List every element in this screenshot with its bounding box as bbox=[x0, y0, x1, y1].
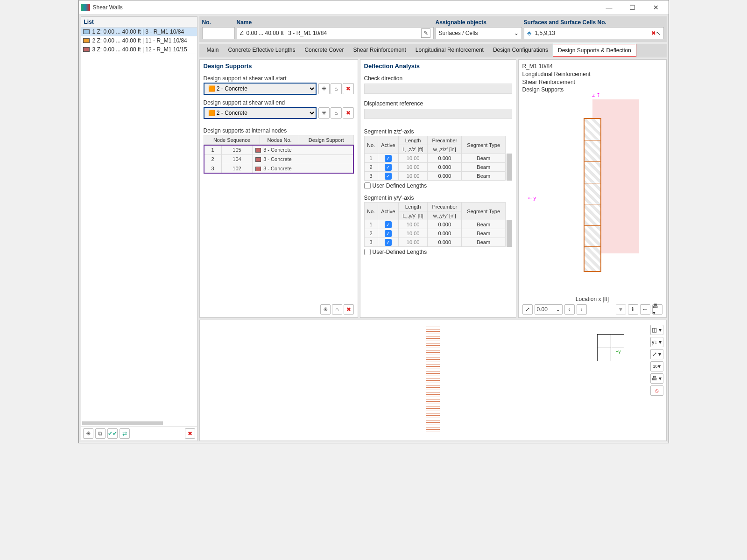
minimize-button[interactable]: — bbox=[602, 2, 616, 13]
assignable-objects-select[interactable]: Surfaces / Cells ⌄ bbox=[436, 27, 522, 39]
list-item[interactable]: 2 Z: 0.00 ... 40.00 ft | 11 - R_M1 10/84 bbox=[81, 36, 197, 45]
ds-end-label: Design support at shear wall end bbox=[204, 99, 354, 106]
toggle-button[interactable]: ⇄ bbox=[120, 428, 130, 439]
tab-main[interactable]: Main bbox=[202, 44, 224, 57]
checkbox-icon[interactable]: ✓ bbox=[385, 221, 392, 228]
pick-icon[interactable]: ✖↖ bbox=[651, 28, 661, 38]
tab-design-configurations[interactable]: Design Configurations bbox=[488, 44, 553, 57]
chevron-down-icon: ⌄ bbox=[514, 30, 519, 36]
checkbox-icon[interactable]: ✓ bbox=[385, 155, 392, 162]
preview-info: R_M1 10/84 Longitudinal Reinforcement Sh… bbox=[522, 63, 662, 94]
color-swatch-icon bbox=[83, 47, 90, 52]
section-diagram: z ⇡ ⇠ y bbox=[522, 94, 662, 296]
ds-internal-label: Design supports at internal nodes bbox=[204, 127, 354, 134]
location-stepper[interactable]: 0.00 ⌄ bbox=[535, 304, 563, 315]
checkbox-icon[interactable]: ✓ bbox=[385, 164, 392, 171]
scrollbar[interactable] bbox=[82, 421, 163, 425]
checkbox-icon[interactable]: ✓ bbox=[385, 230, 392, 237]
print-icon[interactable]: 🖶 ▾ bbox=[650, 373, 663, 384]
app-icon bbox=[81, 4, 90, 11]
fit-icon[interactable]: ⤢ bbox=[522, 304, 533, 315]
tab-concrete-cover[interactable]: Concrete Cover bbox=[300, 44, 348, 57]
window-title: Shear Walls bbox=[93, 4, 602, 11]
segment-y-table[interactable]: No.ActiveLengthPrecamberSegment Type L꜀,… bbox=[364, 202, 506, 247]
design-supports-title: Design Supports bbox=[204, 63, 354, 70]
clear-icon[interactable]: ✖ bbox=[343, 107, 354, 119]
clear-icon[interactable]: ✖ bbox=[343, 83, 354, 94]
scrollbar[interactable] bbox=[507, 220, 512, 247]
checkbox-icon[interactable]: ✓ bbox=[385, 173, 392, 180]
edit-icon[interactable]: ✎ bbox=[421, 28, 430, 38]
delete-button[interactable]: ✖ bbox=[185, 428, 195, 439]
new-icon[interactable]: ✳ bbox=[320, 304, 331, 315]
new-icon[interactable]: ✳ bbox=[318, 107, 330, 119]
scale-icon[interactable]: 10 ▾ bbox=[650, 361, 663, 371]
check-direction-label: Check direction bbox=[364, 75, 512, 82]
close-button[interactable]: ✕ bbox=[649, 2, 663, 13]
model-viewer[interactable]: +y ◫ ▾ y↓ ▾ ⤢ ▾ 10 ▾ 🖶 ▾ ⦸ bbox=[199, 320, 667, 441]
tab-effective-lengths[interactable]: Concrete Effective Lengths bbox=[224, 44, 300, 57]
internal-nodes-table[interactable]: 11053 - Concrete 21043 - Concrete 31023 … bbox=[204, 145, 354, 174]
no-input[interactable] bbox=[202, 27, 235, 39]
assignable-objects-label: Assignable objects bbox=[436, 19, 522, 26]
library-icon[interactable]: ⌂ bbox=[332, 304, 342, 315]
check-direction-field bbox=[364, 84, 512, 94]
axis-grid-icon: +y bbox=[597, 334, 624, 361]
filter-icon[interactable]: ▼ bbox=[616, 304, 626, 315]
dimension-icon[interactable]: ↔ bbox=[640, 304, 650, 315]
checkbox-icon[interactable]: ✓ bbox=[385, 239, 392, 246]
step-prev-icon[interactable]: ‹ bbox=[564, 304, 575, 315]
udl-checkbox[interactable] bbox=[364, 182, 371, 189]
list-header: List bbox=[81, 17, 197, 28]
segment-z-table[interactable]: No.ActiveLengthPrecamberSegment Type L꜀,… bbox=[364, 136, 506, 181]
copy-button[interactable]: ⧉ bbox=[95, 428, 106, 439]
no-label: No. bbox=[202, 19, 235, 26]
location-label: Location x [ft] bbox=[522, 296, 662, 302]
library-icon[interactable]: ⌂ bbox=[331, 83, 342, 94]
tab-shear-reinforcement[interactable]: Shear Reinforcement bbox=[348, 44, 410, 57]
tab-design-supports-deflection[interactable]: Design Supports & Deflection bbox=[553, 44, 636, 57]
ds-end-select[interactable]: 🟧 2 - Concrete bbox=[204, 107, 317, 119]
deflection-title: Deflection Analysis bbox=[364, 63, 512, 70]
new-icon[interactable]: ✳ bbox=[318, 83, 330, 94]
color-swatch-icon bbox=[83, 29, 90, 34]
segment-y-label: Segment in y/y'-axis bbox=[364, 195, 512, 201]
clear-view-icon[interactable]: ⦸ bbox=[650, 385, 663, 396]
library-icon[interactable]: ⌂ bbox=[331, 107, 342, 119]
color-swatch-icon bbox=[255, 148, 261, 153]
view-cube-icon[interactable]: ◫ ▾ bbox=[650, 325, 663, 335]
clear-icon[interactable]: ✖ bbox=[344, 304, 354, 315]
disp-ref-label: Displacement reference bbox=[364, 100, 512, 107]
list-items: 1 Z: 0.00 ... 40.00 ft | 3 - R_M1 10/84 … bbox=[81, 28, 197, 420]
tab-longitudinal-reinforcement[interactable]: Longitudinal Reinforcement bbox=[411, 44, 488, 57]
new-button[interactable]: ✳ bbox=[83, 428, 93, 439]
segment-z-label: Segment in z/z'-axis bbox=[364, 128, 512, 135]
ds-start-label: Design support at shear wall start bbox=[204, 75, 354, 82]
check-button[interactable]: ✔✔ bbox=[107, 428, 118, 439]
list-item[interactable]: 1 Z: 0.00 ... 40.00 ft | 3 - R_M1 10/84 bbox=[81, 28, 197, 36]
print-icon[interactable]: 🖶 ▾ bbox=[652, 304, 662, 315]
disp-ref-field bbox=[364, 109, 512, 119]
ds-start-select[interactable]: 🟧 2 - Concrete bbox=[204, 83, 317, 95]
name-label: Name bbox=[237, 19, 434, 26]
axis-y-icon[interactable]: y↓ ▾ bbox=[650, 337, 663, 347]
info-icon[interactable]: ℹ bbox=[628, 304, 638, 315]
udl-checkbox[interactable] bbox=[364, 249, 371, 255]
color-swatch-icon bbox=[255, 157, 261, 162]
name-input[interactable]: Z: 0.00 ... 40.00 ft | 3 - R_M1 10/84 ✎ bbox=[237, 27, 434, 39]
surface-tag-icon: ⬘ bbox=[527, 30, 531, 36]
color-swatch-icon bbox=[83, 38, 90, 43]
list-item[interactable]: 3 Z: 0.00 ... 40.00 ft | 12 - R_M1 10/15 bbox=[81, 45, 197, 54]
scrollbar[interactable] bbox=[507, 154, 512, 181]
surfaces-label: Surfaces and Surface Cells No. bbox=[524, 19, 664, 26]
surfaces-input[interactable]: ⬘ 1,5,9,13 ✖↖ bbox=[524, 27, 664, 39]
wall-mesh bbox=[426, 325, 440, 432]
titlebar: Shear Walls — ☐ ✕ bbox=[79, 0, 669, 14]
color-swatch-icon bbox=[255, 167, 261, 171]
maximize-button[interactable]: ☐ bbox=[626, 2, 640, 13]
tabs: Main Concrete Effective Lengths Concrete… bbox=[199, 44, 667, 57]
zoom-extents-icon[interactable]: ⤢ ▾ bbox=[650, 349, 663, 359]
step-next-icon[interactable]: › bbox=[577, 304, 587, 315]
